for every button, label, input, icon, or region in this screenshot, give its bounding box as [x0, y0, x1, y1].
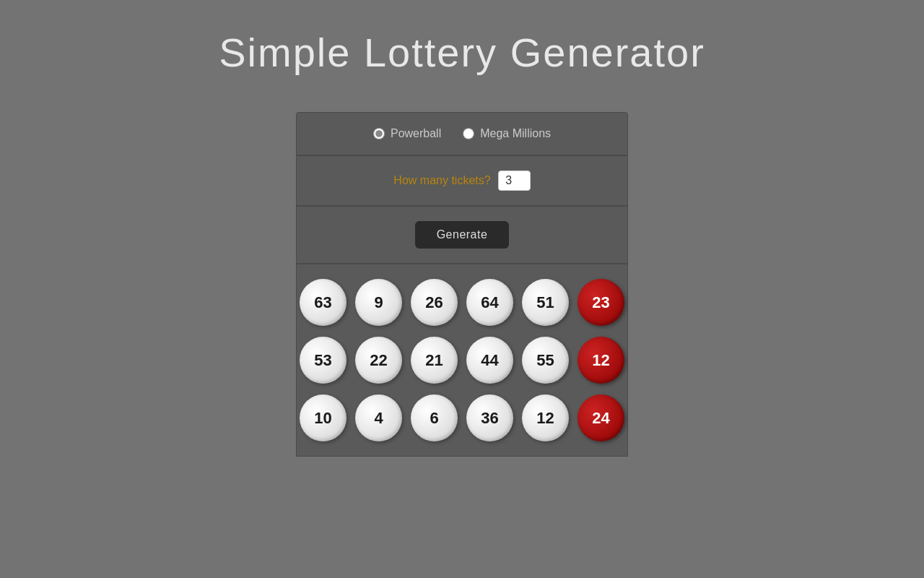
tickets-label: How many tickets?: [393, 174, 490, 187]
ball-white: 22: [355, 337, 402, 384]
ball-white: 36: [466, 394, 513, 441]
ball-white: 55: [522, 337, 569, 384]
tickets-input[interactable]: [498, 171, 531, 191]
ticket-row: 10 4 6 36 12 24: [318, 394, 606, 441]
ball-white: 6: [411, 394, 458, 441]
ball-white: 51: [522, 279, 569, 326]
ball-white: 64: [466, 279, 513, 326]
megamillions-text: Mega Millions: [480, 127, 551, 140]
lottery-type-panel: Powerball Mega Millions: [296, 112, 628, 155]
ball-white: 4: [355, 394, 402, 441]
megamillions-label[interactable]: Mega Millions: [463, 127, 551, 140]
generate-button[interactable]: Generate: [415, 221, 510, 249]
tickets-count-panel: How many tickets?: [296, 155, 628, 206]
ball-white: 10: [300, 394, 346, 441]
ball-white: 12: [522, 394, 569, 441]
radio-group: Powerball Mega Millions: [373, 127, 551, 140]
ball-special: 23: [578, 279, 624, 326]
ball-white: 63: [300, 279, 346, 326]
ball-white: 44: [466, 337, 513, 384]
megamillions-radio[interactable]: [463, 128, 474, 139]
generate-panel: Generate: [296, 206, 628, 264]
ball-white: 21: [411, 337, 458, 384]
ticket-row: 63 9 26 64 51 23: [318, 279, 606, 326]
page-title: Simple Lottery Generator: [219, 29, 705, 76]
ticket-row: 53 22 21 44 55 12: [318, 337, 606, 384]
main-container: Powerball Mega Millions How many tickets…: [296, 112, 628, 457]
ball-white: 26: [411, 279, 458, 326]
ball-white: 9: [355, 279, 402, 326]
powerball-radio[interactable]: [373, 128, 385, 139]
ball-white: 53: [300, 337, 346, 384]
ball-special: 12: [578, 337, 624, 384]
powerball-label[interactable]: Powerball: [373, 127, 441, 140]
tickets-container: 63 9 26 64 51 23 53 22 21 44 55 12 10 4 …: [296, 264, 628, 457]
powerball-text: Powerball: [391, 127, 441, 140]
ball-special: 24: [578, 394, 624, 441]
